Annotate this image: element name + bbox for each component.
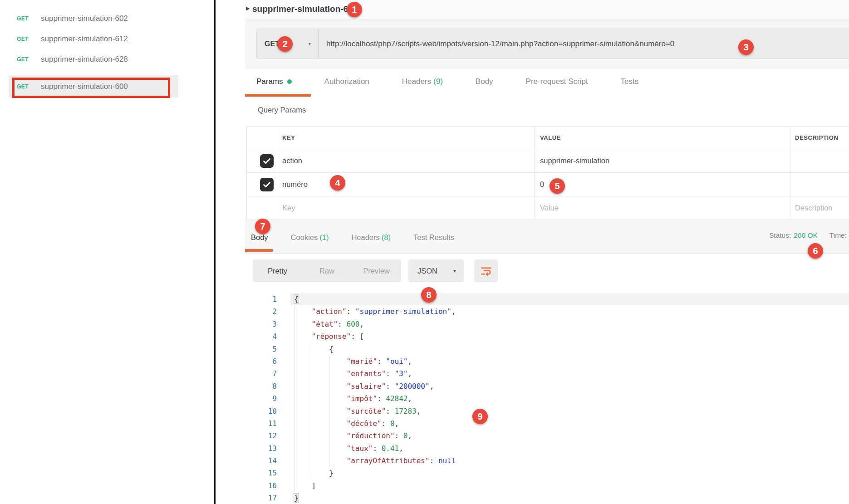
response-tab-body[interactable]: Body	[251, 233, 268, 242]
response-tab-test-results[interactable]: Test Results	[413, 233, 454, 242]
token-p: :	[395, 431, 403, 440]
param-description[interactable]	[790, 149, 849, 172]
param-value-input[interactable]: Value	[534, 196, 790, 220]
param-checkbox[interactable]	[260, 178, 274, 191]
token-num: 0.41	[382, 444, 399, 453]
tab-params[interactable]: Params	[256, 77, 292, 86]
token-null: null	[438, 456, 456, 465]
line-number: 3	[245, 318, 277, 330]
param-description[interactable]	[790, 173, 849, 196]
token-key: "impôt"	[347, 394, 377, 403]
method-badge: GET	[17, 56, 29, 63]
annotation-badge-7: 7	[255, 219, 270, 234]
token-p: :	[430, 456, 438, 465]
code-line: 7 "enfants": "3",	[245, 367, 849, 380]
view-mode-preview[interactable]: Preview	[352, 259, 401, 282]
sidebar-item-supprimer-simulation-612[interactable]: GETsupprimer-simulation-612	[9, 28, 178, 50]
line-number: 17	[245, 492, 277, 504]
time-label: Time:	[829, 231, 847, 239]
param-key-input[interactable]: Key	[277, 196, 534, 220]
line-number: 7	[245, 367, 277, 380]
response-status: Status:200 OKTime:	[769, 231, 847, 240]
checkbox-cell	[247, 196, 277, 220]
view-mode-pretty[interactable]: Pretty	[253, 259, 302, 282]
code-text: "marié": "oui",	[277, 357, 412, 366]
code-line: 13 "taux": 0.41,	[245, 442, 849, 455]
tab-pre-request-script[interactable]: Pre-request Script	[526, 77, 588, 86]
checkbox-cell	[247, 173, 277, 196]
annotation-badge-8: 8	[421, 287, 437, 303]
token-p: :	[347, 307, 355, 316]
indent-guide	[329, 355, 329, 467]
tab-count: (8)	[382, 233, 391, 241]
tab-label: Pre-request Script	[526, 77, 588, 86]
format-label: JSON	[417, 267, 437, 275]
format-dropdown[interactable]: JSON ▼	[408, 259, 464, 282]
query-params-table: KEYVALUEDESCRIPTIONactionsupprimer-simul…	[246, 126, 849, 220]
placeholder-text: Description	[795, 204, 833, 212]
code-line: 2 "action": "supprimer-simulation",	[245, 305, 849, 318]
sidebar-item-supprimer-simulation-602[interactable]: GETsupprimer-simulation-602	[9, 7, 178, 29]
request-tab-bar: ParamsAuthorizationHeaders(9)BodyPre-req…	[245, 69, 849, 97]
collapse-caret-icon[interactable]: ▶	[246, 5, 250, 11]
checkmark-icon	[262, 180, 272, 190]
code-line: 3 "état": 600,	[245, 318, 849, 330]
request-name: supprimer-simulation-628	[41, 55, 128, 64]
tab-label: Body	[476, 77, 493, 86]
param-value[interactable]: supprimer-simulation	[534, 149, 790, 172]
token-p: :	[386, 369, 394, 378]
token-p: ,	[399, 444, 403, 453]
param-key[interactable]: numéro	[277, 173, 534, 196]
tab-body[interactable]: Body	[476, 77, 493, 86]
code-text: "taux": 0.41,	[277, 444, 403, 453]
line-number: 2	[245, 305, 277, 318]
token-p: }	[329, 469, 334, 477]
token-p: ,	[430, 382, 434, 391]
token-key: "taux"	[347, 444, 373, 453]
param-checkbox[interactable]	[260, 154, 274, 168]
token-p: :	[377, 394, 386, 403]
code-line: 15 }	[245, 467, 849, 479]
sidebar-item-supprimer-simulation-628[interactable]: GETsupprimer-simulation-628	[9, 48, 178, 70]
method-badge: GET	[17, 36, 29, 42]
token-p: {	[329, 345, 334, 353]
tab-label: Test Results	[413, 233, 454, 241]
line-number: 9	[245, 392, 277, 405]
tab-authorization[interactable]: Authorization	[324, 77, 369, 86]
param-value[interactable]: 0	[534, 173, 790, 196]
response-tab-cookies[interactable]: Cookies(1)	[291, 233, 329, 242]
tab-count: (9)	[433, 77, 443, 86]
status-label: Status:	[769, 231, 791, 239]
view-mode-raw[interactable]: Raw	[302, 259, 352, 282]
response-body-editor[interactable]: 1{2 "action": "supprimer-simulation",3 "…	[245, 293, 849, 504]
active-response-tab-underline	[245, 249, 273, 252]
line-number: 4	[245, 330, 277, 343]
tab-headers[interactable]: Headers(9)	[402, 77, 443, 86]
token-key: "réduction"	[347, 431, 395, 440]
line-number: 13	[245, 442, 277, 455]
header-checkbox-cell	[247, 127, 277, 149]
code-text: "impôt": 42842,	[277, 394, 412, 403]
annotation-badge-9: 9	[472, 409, 488, 424]
line-number: 10	[245, 405, 277, 417]
param-key[interactable]: action	[277, 149, 534, 172]
token-str: "3"	[395, 369, 408, 378]
token-key: "action"	[312, 307, 347, 316]
sidebar-request-list: GETsupprimer-simulation-602GETsupprimer-…	[0, 0, 214, 504]
request-tabs: ParamsAuthorizationHeaders(9)BodyPre-req…	[256, 77, 638, 86]
code-line: 1{	[245, 293, 849, 305]
tab-tests[interactable]: Tests	[621, 77, 639, 86]
view-mode-group: PrettyRawPreview	[253, 259, 401, 282]
wrap-text-button[interactable]	[474, 259, 498, 282]
table-header-row: KEYVALUEDESCRIPTION	[247, 127, 849, 149]
code-line: 6 "marié": "oui",	[245, 355, 849, 367]
line-number: 6	[245, 355, 277, 367]
token-p: ,	[407, 394, 412, 403]
tab-label: Authorization	[324, 77, 369, 86]
url-input[interactable]: http://localhost/php7/scripts-web/impots…	[326, 39, 674, 49]
status-value: 200 OK	[794, 231, 818, 239]
token-p: ,	[407, 369, 412, 378]
response-tab-headers[interactable]: Headers(8)	[351, 233, 391, 242]
token-p: ,	[407, 357, 412, 366]
param-description-input[interactable]: Description	[790, 196, 849, 220]
